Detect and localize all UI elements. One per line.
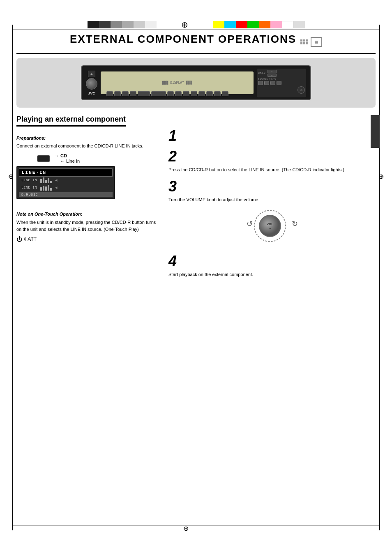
head-unit-diagram: ⏏ JVC ▓▓▓ DISPLAY ▓▓▓ KD-LX ▲ ▼ [81,65,311,100]
color-swatch [236,21,247,28]
border-top [12,30,380,30]
border-bottom [12,525,380,525]
knob-arrow-right: ↻ [291,220,299,228]
step4-area: 4 Start playback on the external compone… [168,253,376,278]
page-icon-box: ▦ [311,37,322,47]
color-swatch [293,21,305,28]
dot [303,42,305,44]
hu-left-section: ⏏ JVC [86,71,97,95]
device-image-area: ⏏ JVC ▓▓▓ DISPLAY ▓▓▓ KD-LX ▲ ▼ [16,58,376,108]
svg-text:VOL: VOL [267,222,274,226]
registration-mark-top: ⊕ [181,20,188,30]
jvc-logo: JVC [88,91,95,95]
step1-diagram: → CD ← Line In LINE·IN [16,153,156,199]
page-title-text: EXTERNAL COMPONENT OPERATIONS [70,33,296,46]
step-number-4: 4 [168,253,177,269]
registration-mark-bottom: ⊕ [183,525,189,532]
step2-text: Press the CD/CD-R button to select the L… [168,167,376,173]
color-swatch [247,21,259,28]
step-number-2: 2 [168,148,177,165]
step4-text: Start playback on the external component… [168,272,376,278]
steps-container: Playing an external component Preparatio… [16,115,376,281]
volume-knob-diagram: ↺ ↻ VOL [251,207,293,249]
dot [303,39,305,41]
display-mockup-container: LINE·IN LINE IN ◄ [16,166,156,199]
step3-area: 3 Turn the VOLUME knob to adjust the vol… [168,178,376,248]
registration-mark-right: ⊕ [378,173,384,180]
step1-text: Connect an external component to the CD/… [16,143,156,149]
power-icon: ⏻ [16,236,22,242]
color-swatch [145,21,157,28]
color-swatch [224,21,236,28]
note-section: Note on One-Touch Operation: When the un… [16,212,156,242]
color-swatch [270,21,282,28]
hu-bottom-buttons [106,90,253,97]
step2-area: 2 Press the CD/CD-R button to select the… [168,148,376,173]
hu-source-buttons [258,81,305,85]
color-bar-left [88,21,157,28]
color-swatch [213,21,224,28]
audio-bars-2 [40,185,52,191]
volume-knob-display [86,78,97,90]
hu-right-panel: KD-LX ▲ ▼ SOURCE R.SRC [257,69,306,97]
knob-arc-svg: VOL ● [251,207,288,244]
dot [306,39,308,41]
tick-mark [12,25,13,30]
power-att-label: ⏻ /I ATT [16,236,156,242]
step1-num: 1 [168,127,376,145]
color-swatch [88,21,99,28]
connector-labels: → CD ← Line In [54,153,80,164]
connector-diagram: → CD ← Line In [37,153,156,164]
steps-right-column: 1 2 Press the CD/CD-R button to select t… [156,115,376,281]
note-label: Note on One-Touch Operation: [16,212,156,216]
cd-label: CD [60,153,67,158]
line-in-label: Line In [66,159,80,164]
note-text: When the unit is in standby mode, pressi… [16,219,156,233]
knob-diagram-area: ↺ ↻ VOL [168,207,376,249]
tick-mark [379,525,380,530]
display-bottom: D.MUSIC [19,192,113,197]
dot [300,39,302,41]
border-right [379,30,380,525]
dot [300,42,302,44]
display-line2: LINE IN ◄ [19,177,113,184]
tick-mark [12,525,13,530]
title-divider [16,53,376,54]
cable-plug [37,155,50,162]
step-number-1: 1 [168,127,177,144]
preparations-label: Preparations: [16,136,156,140]
page-title: EXTERNAL COMPONENT OPERATIONS [70,33,296,46]
dot [306,42,308,44]
step3-text: Turn the VOLUME knob to adjust the volum… [168,197,376,203]
section-heading: Playing an external component [16,115,126,127]
border-left [12,30,13,525]
main-content: EXTERNAL COMPONENT OPERATIONS ▦ ⏏ JVC [16,33,376,522]
color-swatch [259,21,270,28]
color-swatch [134,21,145,28]
color-swatch [282,21,293,28]
display-mockup: LINE·IN LINE IN ◄ [16,166,115,199]
audio-bars [40,177,52,183]
hu-top-button: ⏏ [88,71,95,77]
display-line1: LINE·IN [19,168,113,177]
color-swatch [99,21,111,28]
tick-mark [379,25,380,30]
steps-left-column: Playing an external component Preparatio… [16,115,156,281]
color-swatch [111,21,122,28]
registration-mark-left: ⊕ [8,173,14,180]
hu-right-knob: ◎ [297,86,305,94]
color-swatch [122,21,134,28]
step-number-3: 3 [168,178,177,195]
page-title-icon: ▦ [300,37,322,47]
color-bar-container: ⊕ [0,20,392,30]
color-bar-right [213,21,305,28]
svg-text:●: ● [269,227,271,230]
hu-right-top: KD-LX ▲ ▼ [258,70,305,77]
display-line3: LINE IN ◄ [19,184,113,191]
svg-point-1 [259,215,281,237]
